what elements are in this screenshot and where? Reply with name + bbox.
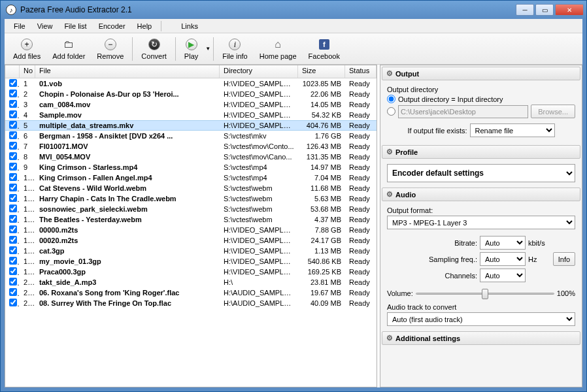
row-checkbox[interactable] bbox=[9, 173, 17, 181]
row-checkbox[interactable] bbox=[9, 225, 17, 233]
row-checkbox[interactable] bbox=[9, 257, 17, 265]
bitrate-select[interactable]: Auto bbox=[480, 236, 526, 250]
outdir-same-radio[interactable] bbox=[387, 95, 395, 103]
remove-button[interactable]: − Remove bbox=[91, 35, 129, 63]
table-row[interactable]: 1600020.m2tsH:\VIDEO_SAMPLES\...24.17 GB… bbox=[5, 235, 377, 246]
row-checkbox[interactable] bbox=[9, 152, 17, 160]
table-row[interactable]: 20takt_side_A.mp3H:\23.81 MBReady bbox=[5, 277, 377, 287]
table-row[interactable]: 6Bergman - 1958 - Ansiktet [DVD x264 ...… bbox=[5, 131, 377, 141]
file-list-body[interactable]: 101.vobH:\VIDEO_SAMPLES\...1023.85 MBRea… bbox=[5, 78, 377, 387]
table-row[interactable]: 2106. Roxana's Song from 'King Roger'.fl… bbox=[5, 287, 377, 298]
maximize-button[interactable]: ▭ bbox=[535, 4, 554, 16]
row-filename: cat.3gp bbox=[35, 247, 220, 255]
output-exists-label: If output file exists: bbox=[407, 127, 467, 135]
col-file[interactable]: File bbox=[35, 65, 220, 78]
play-button[interactable]: ▶ Play bbox=[178, 35, 204, 63]
row-checkbox[interactable] bbox=[9, 184, 17, 191]
menu-file[interactable]: File bbox=[8, 21, 31, 31]
row-checkbox[interactable] bbox=[9, 204, 17, 212]
menu-filelist[interactable]: File list bbox=[59, 21, 92, 31]
row-status: Ready bbox=[345, 163, 377, 171]
table-row[interactable]: 14The Beatles - Yesterday.webmS:\vctest\… bbox=[5, 214, 377, 225]
homepage-button[interactable]: ⌂ Home page bbox=[254, 35, 303, 63]
col-directory[interactable]: Directory bbox=[220, 65, 298, 78]
freq-info-button[interactable]: Info bbox=[553, 252, 575, 266]
row-checkbox[interactable] bbox=[9, 194, 17, 202]
titlebar[interactable]: ♪ Pazera Free Audio Extractor 2.1 ─ ▭ ✕ bbox=[1, 1, 586, 19]
table-row[interactable]: 3cam_0084.movH:\VIDEO_SAMPLES\...14.05 M… bbox=[5, 99, 377, 110]
table-row[interactable]: 9King Crimson - Starless.mp4S:\vctest\mp… bbox=[5, 162, 377, 172]
table-row[interactable]: 11Cat Stevens - Wild World.webmS:\vctest… bbox=[5, 183, 377, 193]
table-row[interactable]: 17cat.3gpH:\VIDEO_SAMPLES\...1.13 MBRead… bbox=[5, 246, 377, 256]
minimize-button[interactable]: ─ bbox=[516, 4, 534, 16]
row-checkbox[interactable] bbox=[9, 246, 17, 254]
row-no: 16 bbox=[20, 237, 35, 244]
audio-track-select[interactable]: Auto (first audio track) bbox=[387, 312, 575, 326]
table-row[interactable]: 19Praca000.3gpH:\VIDEO_SAMPLES\...169.25… bbox=[5, 267, 377, 277]
row-checkbox[interactable] bbox=[9, 163, 17, 171]
col-size[interactable]: Size bbox=[298, 65, 345, 78]
row-checkbox[interactable] bbox=[9, 79, 17, 87]
table-row[interactable]: 5multiple_data_streams.mkvH:\VIDEO_SAMPL… bbox=[5, 120, 377, 131]
convert-button[interactable]: ↻ Convert bbox=[135, 35, 173, 63]
table-row[interactable]: 2Chopin - Polonaise As-Dur op 53 'Heroi.… bbox=[5, 89, 377, 99]
output-exists-select[interactable]: Rename file bbox=[470, 123, 555, 137]
audio-format-select[interactable]: MP3 - MPEG-1 Layer 3 bbox=[387, 216, 575, 229]
channels-select[interactable]: Auto bbox=[480, 269, 526, 282]
browse-button[interactable]: Browse... bbox=[531, 105, 575, 118]
outdir-same-label[interactable]: Output directory = Input directory bbox=[398, 95, 503, 103]
col-checkbox[interactable] bbox=[5, 65, 20, 78]
menu-encoder[interactable]: Encoder bbox=[93, 21, 131, 31]
audio-section-header[interactable]: ⚙ Audio bbox=[382, 188, 580, 201]
row-status: Ready bbox=[345, 90, 377, 98]
row-checkbox[interactable] bbox=[9, 288, 17, 296]
row-checkbox[interactable] bbox=[9, 236, 17, 244]
table-row[interactable]: 10King Crimson - Fallen Angel.mp4S:\vcte… bbox=[5, 172, 377, 183]
table-row[interactable]: 18my_movie_01.3gpH:\VIDEO_SAMPLES\...540… bbox=[5, 256, 377, 267]
table-row[interactable]: 12Harry Chapin - Cats In The Cradle.webm… bbox=[5, 193, 377, 204]
row-checkbox[interactable] bbox=[9, 90, 17, 97]
profile-section-header[interactable]: ⚙ Profile bbox=[382, 145, 580, 159]
table-row[interactable]: 7FI010071.MOVS:\vctest\mov\Conto...126.4… bbox=[5, 141, 377, 152]
row-filename: 08. Surrey With The Fringe On Top.flac bbox=[35, 299, 220, 307]
play-dropdown-arrow[interactable]: ▼ bbox=[205, 46, 210, 52]
row-checkbox[interactable] bbox=[9, 299, 17, 306]
menu-help[interactable]: Help bbox=[132, 21, 158, 31]
table-row[interactable]: 2208. Surrey With The Fringe On Top.flac… bbox=[5, 298, 377, 308]
col-no[interactable]: No bbox=[20, 65, 35, 78]
outdir-custom-radio[interactable] bbox=[387, 107, 395, 116]
main-area: No File Directory Size Status 101.vobH:\… bbox=[5, 65, 582, 387]
row-filename: Harry Chapin - Cats In The Cradle.webm bbox=[35, 195, 220, 203]
menu-view[interactable]: View bbox=[32, 21, 58, 31]
facebook-button[interactable]: f Facebook bbox=[303, 35, 346, 63]
row-checkbox[interactable] bbox=[9, 142, 17, 150]
menu-links[interactable]: Links bbox=[176, 21, 203, 31]
outdir-path-input[interactable] bbox=[398, 105, 528, 118]
fileinfo-button[interactable]: i File info bbox=[216, 35, 254, 63]
table-row[interactable]: 4Sample.movH:\VIDEO_SAMPLES\...54.32 KBR… bbox=[5, 110, 377, 120]
additional-section-header[interactable]: ⚙ Additional settings bbox=[382, 331, 580, 345]
table-row[interactable]: 13sosnowiec_park_sielecki.webmS:\vctest\… bbox=[5, 204, 377, 214]
row-checkbox[interactable] bbox=[9, 278, 17, 286]
row-checkbox[interactable] bbox=[9, 110, 17, 118]
col-status[interactable]: Status bbox=[345, 65, 377, 78]
row-checkbox[interactable] bbox=[9, 121, 17, 129]
row-checkbox[interactable] bbox=[9, 215, 17, 223]
file-list-header: No File Directory Size Status bbox=[5, 65, 377, 78]
row-directory: H:\AUDIO_SAMPLES... bbox=[220, 289, 298, 297]
addfolder-button[interactable]: 🗀 Add folder bbox=[46, 35, 91, 63]
row-checkbox[interactable] bbox=[9, 131, 17, 139]
addfiles-button[interactable]: + Add files bbox=[7, 35, 46, 63]
volume-slider[interactable] bbox=[416, 287, 554, 299]
row-checkbox[interactable] bbox=[9, 100, 17, 108]
row-directory: H:\VIDEO_SAMPLES\... bbox=[220, 257, 298, 265]
row-checkbox[interactable] bbox=[9, 267, 17, 275]
freq-select[interactable]: Auto bbox=[480, 252, 526, 266]
table-row[interactable]: 101.vobH:\VIDEO_SAMPLES\...1023.85 MBRea… bbox=[5, 78, 377, 89]
row-status: Ready bbox=[345, 289, 377, 297]
close-button[interactable]: ✕ bbox=[555, 4, 584, 16]
table-row[interactable]: 8MVI_0054.MOVS:\vctest\mov\Cano...131.35… bbox=[5, 152, 377, 162]
table-row[interactable]: 1500000.m2tsH:\VIDEO_SAMPLES\...7.88 GBR… bbox=[5, 225, 377, 235]
profile-select[interactable]: Encoder default settings bbox=[387, 164, 575, 182]
output-section-header[interactable]: ⚙ Output bbox=[382, 67, 580, 80]
